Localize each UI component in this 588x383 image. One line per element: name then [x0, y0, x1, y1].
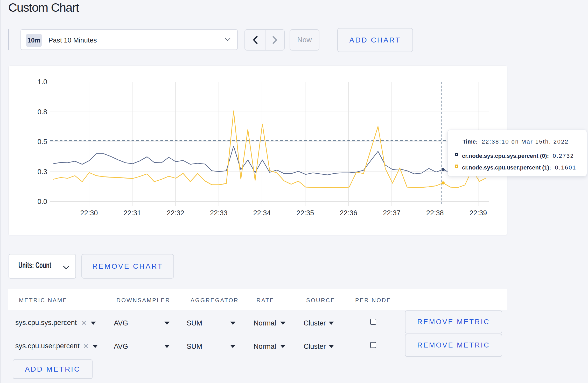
- svg-text:22:37: 22:37: [383, 209, 401, 217]
- svg-text:22:38: 22:38: [426, 209, 444, 217]
- svg-text:22:32: 22:32: [167, 209, 184, 217]
- svg-text:22:39: 22:39: [470, 209, 487, 217]
- svg-text:22:35: 22:35: [297, 209, 314, 217]
- svg-text:0.3: 0.3: [37, 168, 47, 176]
- svg-text:22:30: 22:30: [80, 209, 98, 217]
- svg-text:0.0: 0.0: [37, 198, 47, 205]
- svg-text:22:34: 22:34: [253, 209, 271, 217]
- svg-text:0.8: 0.8: [37, 108, 47, 116]
- svg-text:22:36: 22:36: [340, 209, 357, 217]
- svg-text:22:31: 22:31: [123, 209, 141, 217]
- svg-text:22:33: 22:33: [210, 209, 228, 217]
- svg-text:0.5: 0.5: [37, 138, 47, 146]
- svg-text:1.0: 1.0: [37, 78, 47, 86]
